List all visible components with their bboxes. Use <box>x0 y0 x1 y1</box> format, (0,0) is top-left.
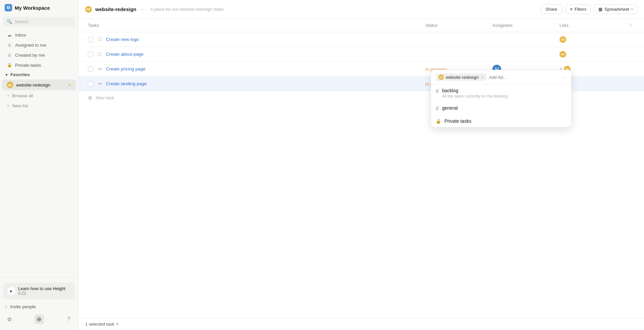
topbar-left: wr website-redesign ··· A place for our … <box>85 6 224 13</box>
dropdown-item-name-backlog: backlog <box>442 88 567 93</box>
star-icon: ★ <box>68 82 71 87</box>
selected-count-text: 1 selected task <box>85 322 114 327</box>
task-name-4[interactable]: Create landing page <box>106 81 147 86</box>
topbar-right: Share ≡ Filters ▦ Spreadsheet ▾ <box>541 4 637 14</box>
invite-label: Invite people <box>10 304 36 309</box>
play-icon: ▶ <box>7 287 15 295</box>
add-column-button[interactable]: + <box>624 19 637 32</box>
new-list-label: New list <box>12 103 28 108</box>
created-icon: ◎ <box>7 52 12 58</box>
task-name-3[interactable]: Create pricing page <box>106 66 146 71</box>
spreadsheet-label: Spreadsheet <box>604 7 629 12</box>
task-checkbox-3[interactable] <box>88 66 93 72</box>
browse-all-label: Browse all <box>12 93 33 98</box>
topbar-description: A place for our website redesign tasks <box>150 7 224 12</box>
table-row: ☐ Create new logo wr <box>78 32 644 47</box>
learn-card[interactable]: ▶ Learn how to use Height 6:23 <box>3 283 75 299</box>
search-label: Search <box>15 19 29 24</box>
workspace-label: My Workspace <box>15 5 50 11</box>
task-checkbox-2[interactable] <box>88 52 93 57</box>
sidebar-footer: ⚙ ⊕ ? <box>0 312 78 327</box>
dropdown-tag-icon: wr <box>438 74 444 80</box>
topbar-menu-button[interactable]: ··· <box>140 6 147 13</box>
chevron-icon: ▼ <box>5 73 8 77</box>
task-checkbox-4[interactable] <box>88 81 93 87</box>
dropdown-item-name-general: general <box>442 105 567 111</box>
status-cell-1 <box>423 37 490 42</box>
dropdown-item-name-private: Private tasks <box>444 118 567 124</box>
spreadsheet-chevron-icon: ▾ <box>631 7 633 11</box>
website-redesign-icon: wr <box>7 81 13 88</box>
dropdown-more-icon[interactable]: ⋯ <box>561 74 567 80</box>
invite-people-item[interactable]: + Invite people <box>0 301 78 312</box>
sidebar-item-inbox[interactable]: ☁ Inbox <box>2 30 76 40</box>
workspace-header[interactable]: M My Workspace <box>0 0 78 15</box>
search-icon: 🔍 <box>7 19 12 24</box>
dropdown-item-content-backlog: backlog All the tasks currently on the b… <box>442 88 567 99</box>
task-type-icon-1: ☐ <box>97 37 103 43</box>
task-type-icon-3: ↪ <box>97 66 103 72</box>
dropdown-tag-close[interactable]: × <box>481 75 483 79</box>
help-icon[interactable]: ? <box>64 315 73 324</box>
table-header: Tasks Status Assignees Lists + <box>78 19 644 32</box>
dropdown-item-backlog[interactable]: # backlog All the tasks currently on the… <box>431 85 571 102</box>
created-label: Created by me <box>15 53 45 58</box>
dropdown-header: wr website-redesign × ⋯ <box>431 70 571 85</box>
new-list-item[interactable]: + New list <box>2 101 76 110</box>
task-type-icon-2: ☐ <box>97 51 103 57</box>
list-tag-2: wr <box>559 51 566 58</box>
add-workspace-button[interactable]: ⊕ <box>35 315 44 324</box>
browse-all-item[interactable]: + Browse all <box>2 91 76 100</box>
lists-cell-1[interactable]: wr <box>557 34 624 46</box>
sidebar-item-created[interactable]: ◎ Created by me <box>2 50 76 60</box>
col-assignees: Assignees <box>490 19 557 32</box>
filters-label: Filters <box>575 7 586 12</box>
task-name-1[interactable]: Create new logo <box>106 37 139 42</box>
task-cell-3: ↪ Create pricing page <box>85 63 423 75</box>
learn-title: Learn how to use Height <box>18 286 65 291</box>
dropdown-current-tag: wr website-redesign × <box>436 73 486 81</box>
lists-cell-2[interactable]: wr <box>557 48 624 60</box>
task-cell-2: ☐ Create about page <box>85 49 423 60</box>
assigned-icon: ◎ <box>7 42 12 48</box>
list-tag-1: wr <box>559 36 566 43</box>
private-label: Private tasks <box>15 63 41 68</box>
hash-icon-general: # <box>436 106 439 112</box>
topbar: wr website-redesign ··· A place for our … <box>78 0 644 19</box>
chevron-down-icon: ▾ <box>116 322 118 326</box>
col-status: Status <box>423 19 490 32</box>
status-cell-2 <box>423 52 490 57</box>
task-name-2[interactable]: Create about page <box>106 52 144 57</box>
dropdown-item-private-tasks[interactable]: 🔒 Private tasks <box>431 115 571 127</box>
browse-all-icon: + <box>7 93 9 98</box>
favorites-label: Favorites <box>10 72 30 77</box>
new-task-icon: ⊕ <box>88 95 92 101</box>
invite-icon: + <box>5 304 7 309</box>
website-redesign-label: website-redesign <box>16 82 50 88</box>
assignee-cell-1 <box>490 37 557 42</box>
dropdown-item-general[interactable]: # general <box>431 102 571 115</box>
favorites-header[interactable]: ▼ Favorites <box>0 70 78 79</box>
sidebar-item-private[interactable]: 🔒 Private tasks <box>2 60 76 70</box>
sidebar-item-website-redesign[interactable]: wr website-redesign ★ <box>2 79 76 90</box>
selected-task-badge[interactable]: 1 selected task ▾ <box>85 322 118 327</box>
lists-dropdown: wr website-redesign × ⋯ # backlog All th… <box>431 70 572 127</box>
topbar-list-icon: wr <box>85 6 92 13</box>
task-cell-1: ☐ Create new logo <box>85 34 423 45</box>
task-checkbox-1[interactable] <box>88 37 93 42</box>
share-button[interactable]: Share <box>541 4 562 14</box>
dropdown-tag-label: website-redesign <box>446 75 479 80</box>
hash-icon: # <box>436 88 439 94</box>
filters-button[interactable]: ≡ Filters <box>566 4 591 14</box>
sidebar-nav: ☁ Inbox ◎ Assigned to me ◎ Created by me… <box>0 28 78 277</box>
sidebar-item-assigned[interactable]: ◎ Assigned to me <box>2 40 76 50</box>
sidebar-bottom: ▶ Learn how to use Height 6:23 + Invite … <box>0 277 78 330</box>
topbar-title: website-redesign <box>95 6 137 12</box>
search-bar[interactable]: 🔍 Search <box>3 17 75 26</box>
add-list-input[interactable] <box>489 75 558 80</box>
settings-icon[interactable]: ⚙ <box>5 315 14 324</box>
new-list-icon: + <box>7 103 9 108</box>
spreadsheet-button[interactable]: ▦ Spreadsheet ▾ <box>594 4 637 14</box>
new-task-label: New task <box>96 95 114 100</box>
task-cell-4: ↪ Create landing page <box>85 78 423 90</box>
